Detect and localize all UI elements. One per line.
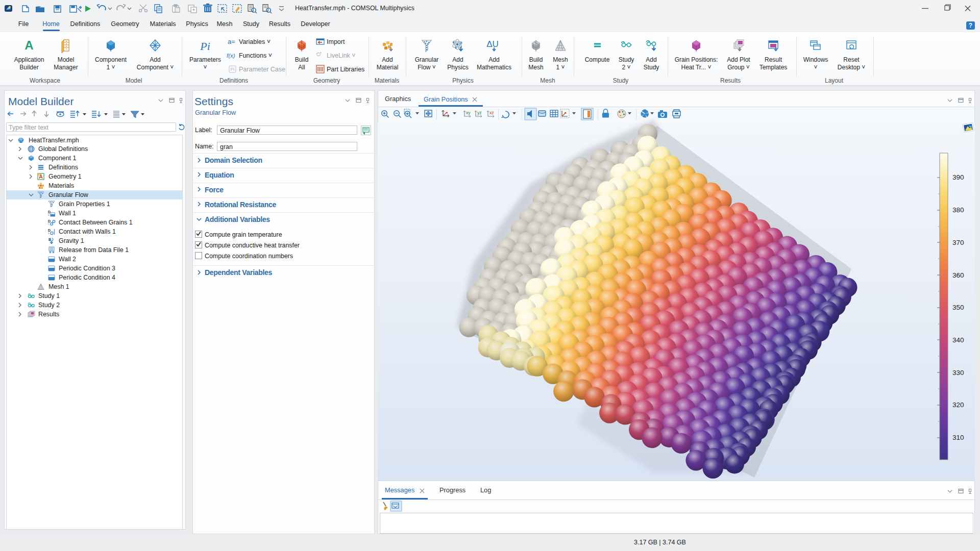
svg-text:320: 320	[952, 401, 964, 409]
svg-text:380: 380	[952, 206, 964, 214]
svg-text:D: D	[48, 229, 51, 232]
svg-text:310: 310	[952, 434, 964, 441]
svg-text:340: 340	[952, 336, 964, 344]
svg-text:a=: a=	[228, 38, 235, 45]
svg-text:370: 370	[952, 239, 964, 246]
svg-text:Pi: Pi	[230, 67, 234, 72]
svg-text:f(x): f(x)	[227, 53, 235, 59]
svg-text:360: 360	[952, 271, 964, 279]
svg-text:xz: xz	[489, 110, 494, 115]
svg-text:350: 350	[952, 304, 964, 311]
svg-text:390: 390	[952, 173, 964, 181]
svg-text:xy: xy	[466, 110, 471, 115]
svg-text:A: A	[24, 38, 33, 52]
svg-text:yz: yz	[477, 110, 482, 115]
svg-text:ΔU: ΔU	[486, 39, 499, 49]
svg-text:330: 330	[952, 369, 964, 377]
svg-text:Pi: Pi	[200, 40, 210, 53]
svg-text:D: D	[48, 219, 51, 223]
svg-text:D: D	[48, 210, 51, 214]
